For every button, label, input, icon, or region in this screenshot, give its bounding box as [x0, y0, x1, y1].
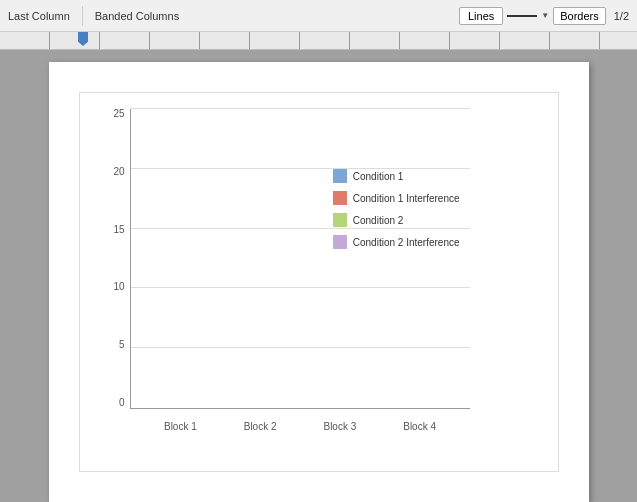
document-area: 0510152025 Condition 1Condition 1 Interf… — [0, 50, 637, 502]
lines-control: Lines ▼ Borders 1/2 — [459, 7, 629, 25]
x-axis-labels: Block 1Block 2Block 3Block 4 — [131, 421, 470, 432]
y-axis-label: 0 — [87, 398, 125, 408]
bars-wrapper — [131, 109, 470, 408]
toolbar-banded-columns[interactable]: Banded Columns — [95, 10, 179, 22]
toolbar-separator — [82, 6, 83, 26]
x-axis-label: Block 3 — [300, 421, 380, 432]
y-axis-label: 15 — [87, 225, 125, 235]
y-axis-label: 25 — [87, 109, 125, 119]
y-axis-label: 20 — [87, 167, 125, 177]
chart-container: 0510152025 Condition 1Condition 1 Interf… — [79, 92, 559, 472]
y-axis-labels: 0510152025 — [87, 109, 125, 408]
page-number: 1/2 — [614, 10, 629, 22]
page: 0510152025 Condition 1Condition 1 Interf… — [49, 62, 589, 502]
x-axis-label: Block 4 — [380, 421, 460, 432]
x-axis-label: Block 1 — [141, 421, 221, 432]
y-axis-label: 5 — [87, 340, 125, 350]
y-axis-label: 10 — [87, 282, 125, 292]
lines-dropdown-arrow[interactable]: ▼ — [541, 11, 549, 20]
toolbar-last-column[interactable]: Last Column — [8, 10, 70, 22]
chart-area: 0510152025 Condition 1Condition 1 Interf… — [130, 109, 470, 409]
toolbar: Last Column Banded Columns Lines ▼ Borde… — [0, 0, 637, 32]
borders-label: Borders — [560, 10, 599, 22]
borders-button[interactable]: Borders — [553, 7, 606, 25]
lines-button[interactable]: Lines — [459, 7, 503, 25]
lines-line-icon — [507, 15, 537, 17]
ruler — [0, 32, 637, 50]
lines-label: Lines — [468, 10, 494, 22]
ruler-markings — [0, 32, 637, 49]
x-axis-label: Block 2 — [220, 421, 300, 432]
